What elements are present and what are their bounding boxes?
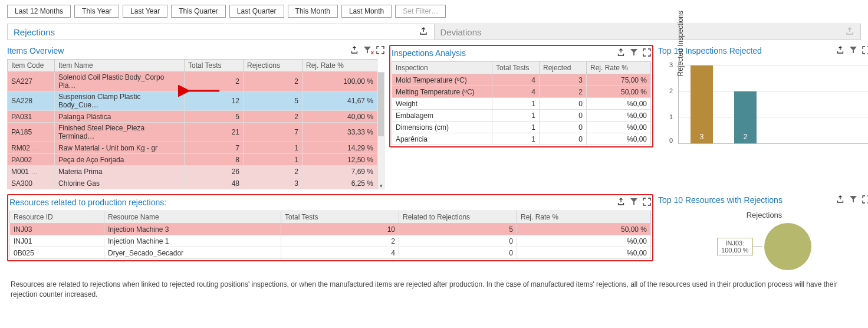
table-row[interactable]: Melting Temperature (ºC)4250,00 % xyxy=(392,86,651,98)
table-row[interactable]: SA228Suspension Clamp Plastic Body_Cue…1… xyxy=(8,91,377,111)
export-icon[interactable] xyxy=(617,198,625,208)
filter-this-month[interactable]: This Month xyxy=(288,5,338,18)
expand-icon[interactable] xyxy=(376,46,384,56)
cell-tests: 1 xyxy=(492,110,540,122)
filter-icon[interactable] xyxy=(630,48,638,57)
expand-icon[interactable] xyxy=(862,195,868,205)
col-resource-name[interactable]: Resource Name xyxy=(104,211,281,224)
panel-top-inspections: Top 10 Inspections Rejected Rejected Ins… xyxy=(658,45,868,189)
col-total-tests[interactable]: Total Tests xyxy=(492,62,540,74)
export-icon[interactable] xyxy=(845,27,854,38)
cell-rej: 3 xyxy=(244,178,303,189)
bar-1[interactable]: 3 xyxy=(691,65,713,143)
cell-code: M001 … xyxy=(8,166,55,178)
cell-code: PA185 xyxy=(8,123,55,142)
filter-set-filter[interactable]: Set Filter… xyxy=(395,5,446,18)
cell-rej: 2 xyxy=(244,111,303,123)
filter-this-quarter[interactable]: This Quarter xyxy=(171,5,226,18)
export-icon[interactable] xyxy=(617,48,625,58)
expand-icon[interactable] xyxy=(862,46,868,56)
col-item-code[interactable]: Item Code xyxy=(8,60,55,72)
panel-top-resources: Top 10 Resources with Rejections Rejecti… xyxy=(658,194,868,270)
pie-callout: INJ03: 100,00 % xyxy=(717,238,752,255)
cell-inspection: Melting Temperature (ºC) xyxy=(392,86,492,98)
table-row[interactable]: Embalagem10%0,00 xyxy=(392,110,651,122)
items-overview-title: Items Overview xyxy=(7,46,64,55)
col-rej-rate[interactable]: Rej. Rate % xyxy=(303,60,377,72)
table-row[interactable]: 0B025Dryer_Secado_Secador40%0,00 xyxy=(10,247,651,259)
cell-name: Injection Machine 1 xyxy=(104,235,281,247)
col-rejections[interactable]: Rejections xyxy=(244,60,303,72)
cell-rate: 75,00 % xyxy=(587,74,651,86)
table-row[interactable]: Mold Temperature (ºC)4375,00 % xyxy=(392,74,651,86)
filter-last-quarter[interactable]: Last Quarter xyxy=(229,5,284,18)
filter-clear-icon[interactable]: x xyxy=(363,46,371,54)
export-icon[interactable] xyxy=(350,46,359,56)
col-total-tests[interactable]: Total Tests xyxy=(185,60,244,72)
cell-rej: 7 xyxy=(244,123,303,142)
bar-2[interactable]: 2 xyxy=(734,91,757,143)
col-rej-rate[interactable]: Rej. Rate % xyxy=(517,211,651,224)
tab-rejections[interactable]: Rejections xyxy=(8,24,435,40)
cell-code: PA031 xyxy=(8,111,55,123)
expand-icon[interactable] xyxy=(643,198,651,208)
cell-rate: %0,00 xyxy=(587,98,651,110)
col-rejected[interactable]: Rejected xyxy=(540,62,587,74)
col-item-name[interactable]: Item Name xyxy=(55,60,185,72)
cell-rate: 40,00 % xyxy=(303,111,377,123)
pie-slice-inj03[interactable] xyxy=(764,223,811,270)
table-row[interactable]: M001 …Materia Prima2627,69 % xyxy=(8,166,377,178)
cell-rate: 6,25 % xyxy=(303,178,377,189)
export-icon[interactable] xyxy=(836,46,844,56)
col-related-rej[interactable]: Related to Rejections xyxy=(399,211,517,224)
filter-last-month[interactable]: Last Month xyxy=(341,5,392,18)
export-icon[interactable] xyxy=(419,27,428,38)
cell-tests: 7 xyxy=(185,142,244,154)
export-icon[interactable] xyxy=(836,195,844,205)
tabs: Rejections Deviations xyxy=(7,24,861,40)
cell-rate: 33,33 % xyxy=(303,123,377,142)
table-row[interactable]: SA227Solenoid Coil Plastic Body_Corpo Pl… xyxy=(8,72,377,91)
filter-icon[interactable] xyxy=(630,198,638,206)
col-total-tests[interactable]: Total Tests xyxy=(281,211,399,224)
table-row[interactable]: Weight10%0,00 xyxy=(392,98,651,110)
cell-tests: 5 xyxy=(185,111,244,123)
filter-icon[interactable] xyxy=(849,195,857,204)
table-row[interactable]: PA185Finished Steel Piece_Pieza Terminad… xyxy=(8,123,377,142)
filter-last-year[interactable]: Last Year xyxy=(123,5,167,18)
cell-tests: 12 xyxy=(185,91,244,111)
cell-rate: 100,00 % xyxy=(303,72,377,91)
cell-rej: 1 xyxy=(244,142,303,154)
col-resource-id[interactable]: Resource ID xyxy=(10,211,104,224)
cell-rate: %0,00 xyxy=(587,133,651,145)
table-row[interactable]: INJ01Injection Machine 120%0,00 xyxy=(10,235,651,247)
cell-id: INJ03 xyxy=(10,224,104,235)
table-row[interactable]: PA002Peça de Aço Forjada8112,50 % xyxy=(8,154,377,166)
scrollbar[interactable]: ▾ xyxy=(377,72,384,189)
table-row[interactable]: INJ03Injection Machine 310550,00 % xyxy=(10,224,651,235)
col-rej-rate[interactable]: Rej. Rate % xyxy=(587,62,651,74)
cell-rej: 0 xyxy=(399,235,517,247)
cell-tests: 26 xyxy=(185,166,244,178)
filter-icon[interactable] xyxy=(849,46,857,54)
table-row[interactable]: SA300Chlorine Gas4836,25 % xyxy=(8,178,377,189)
cell-name: Injection Machine 3 xyxy=(104,224,281,235)
panel-resources: Resources related to production rejectio… xyxy=(7,194,653,270)
cell-inspection: Embalagem xyxy=(392,110,492,122)
cell-id: 0B025 xyxy=(10,247,104,259)
cell-rej: 2 xyxy=(540,86,587,98)
expand-icon[interactable] xyxy=(643,48,651,58)
table-row[interactable]: Dimensions (cm)10%0,00 xyxy=(392,122,651,133)
cell-rej: 0 xyxy=(540,133,587,145)
tick-2: 2 xyxy=(669,87,673,94)
more-icon[interactable]: … xyxy=(31,168,38,176)
table-row[interactable]: RM02 …Raw Material - Unit bom Kg - gr711… xyxy=(8,142,377,154)
filter-this-year[interactable]: This Year xyxy=(74,5,119,18)
tab-deviations[interactable]: Deviations xyxy=(435,24,861,40)
col-inspection[interactable]: Inspection xyxy=(392,62,492,74)
more-icon[interactable]: … xyxy=(32,144,39,152)
cell-name: Finished Steel Piece_Pieza Terminad… xyxy=(55,123,185,142)
table-row[interactable]: Aparência10%0,00 xyxy=(392,133,651,145)
table-row[interactable]: PA031Palanga Plástica5240,00 % xyxy=(8,111,377,123)
filter-last-12-months[interactable]: Last 12 Months xyxy=(7,5,71,18)
